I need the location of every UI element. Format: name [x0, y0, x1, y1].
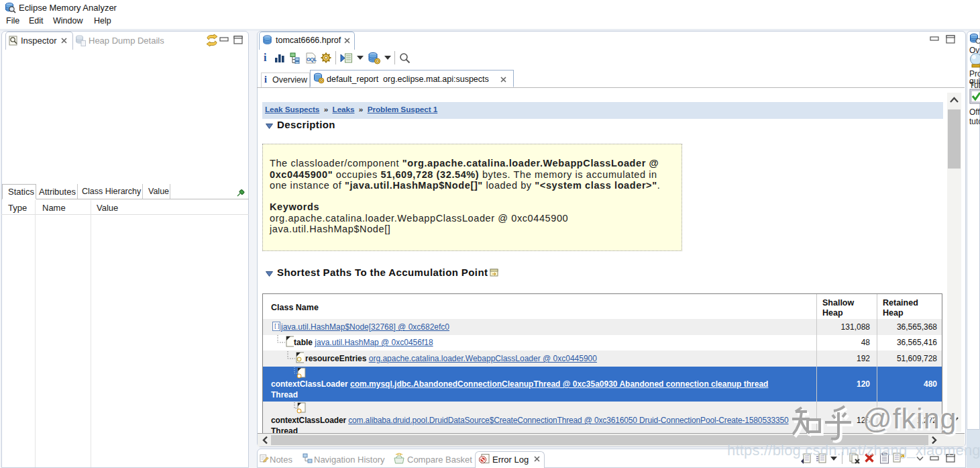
- svg-text:OQL: OQL: [307, 56, 317, 62]
- svg-text:[]: []: [274, 324, 280, 330]
